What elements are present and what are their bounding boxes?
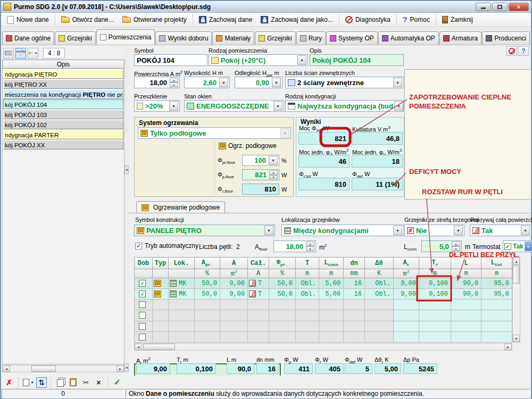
cell[interactable]: Obl.: [296, 289, 319, 300]
maximize-button[interactable]: [492, 3, 508, 11]
chevron-down-icon[interactable]: ▼: [272, 78, 281, 87]
cell[interactable]: [153, 331, 169, 342]
grid-view-button[interactable]: [3, 48, 14, 59]
chevron-down-icon[interactable]: ▼: [219, 78, 228, 87]
cell[interactable]: Obl.: [296, 278, 319, 289]
save-data-button[interactable]: Zachowaj dane: [195, 14, 256, 26]
cell[interactable]: [195, 300, 220, 310]
cell[interactable]: [344, 300, 365, 310]
table-row-empty[interactable]: [135, 300, 512, 310]
chevron-down-icon[interactable]: ▼: [393, 78, 402, 87]
cell[interactable]: [344, 321, 365, 331]
list-item[interactable]: kój POKÓJ 104: [3, 99, 123, 109]
cell[interactable]: [135, 310, 153, 321]
cell[interactable]: [296, 300, 319, 310]
list-item[interactable]: ndygnacja PIĘTRO: [3, 69, 123, 79]
cell[interactable]: [319, 321, 344, 331]
cell[interactable]: [220, 300, 248, 310]
storey-type-dropdown[interactable]: Najwyższa kondygnacja (bud▼: [285, 100, 404, 112]
cell[interactable]: [419, 310, 451, 321]
list-item[interactable]: ndygnacja PARTER: [3, 130, 123, 139]
cell[interactable]: [269, 300, 296, 310]
tab-automatyka-op[interactable]: Automatyka OP: [378, 31, 439, 45]
cell[interactable]: [451, 310, 481, 321]
cell[interactable]: [153, 300, 169, 310]
copy-button[interactable]: [55, 377, 65, 388]
table-hscrollbar[interactable]: ◄ ►: [134, 343, 512, 351]
scrollbar-thumb[interactable]: [31, 365, 56, 372]
spin-up-icon[interactable]: ▲: [452, 242, 460, 246]
close-app-button[interactable]: Zamknij: [438, 14, 477, 26]
scrollbar-thumb[interactable]: [513, 265, 520, 284]
room-type-dropdown[interactable]: Pokój (+20°C)▼: [209, 54, 308, 66]
row-checkbox[interactable]: ✓: [139, 280, 146, 287]
table-row-empty[interactable]: [135, 321, 512, 331]
cell[interactable]: [344, 331, 365, 342]
cell[interactable]: [451, 331, 481, 342]
cell[interactable]: [248, 310, 269, 321]
cell[interactable]: 16: [344, 289, 365, 300]
spin-down-icon[interactable]: ▼: [269, 175, 278, 180]
cell[interactable]: [153, 321, 169, 331]
cell[interactable]: [169, 331, 195, 342]
chevron-down-icon[interactable]: ▼: [297, 55, 306, 65]
cell[interactable]: [481, 321, 512, 331]
edge-zone-dropdown[interactable]: ✗ Nie ▼: [404, 225, 464, 236]
cell[interactable]: [269, 321, 296, 331]
spin-down-icon[interactable]: ▼: [170, 82, 178, 87]
cell[interactable]: [365, 300, 394, 310]
cut-button[interactable]: ✂: [80, 377, 91, 388]
scroll-up-icon[interactable]: ▲: [513, 257, 520, 265]
row-checkbox[interactable]: [139, 312, 146, 319]
close-button[interactable]: ×: [509, 3, 529, 11]
phi-p-floor-spinner[interactable]: 821▲▼: [242, 169, 279, 180]
cell[interactable]: [248, 300, 269, 310]
list-item[interactable]: kój POKÓJ XX: [3, 140, 123, 149]
floor-heating-tab[interactable]: Ogrzewanie podłogowe: [136, 201, 225, 213]
cell[interactable]: ✓: [135, 289, 153, 300]
cell[interactable]: 9,00: [220, 278, 248, 289]
table-vscrollbar[interactable]: ▲ ▼: [512, 257, 520, 343]
cell[interactable]: [195, 331, 220, 342]
list-item[interactable]: kój POKÓJ 103: [3, 110, 123, 119]
cell[interactable]: [419, 321, 451, 331]
tab-producenci[interactable]: Producenci: [482, 31, 530, 45]
windows-state-dropdown[interactable]: ENERGOOSZCZĘDNE▼: [184, 100, 284, 112]
chevron-down-icon[interactable]: ▼: [264, 226, 273, 235]
chevron-down-icon[interactable]: ▼: [273, 101, 282, 111]
cell[interactable]: [481, 331, 512, 342]
auto-width-button[interactable]: AUTO↔: [15, 48, 26, 59]
cell[interactable]: [195, 321, 220, 331]
diagnostics-button[interactable]: Diagnostyka: [341, 14, 395, 26]
cell[interactable]: 9,00: [394, 278, 419, 289]
tab-armatura[interactable]: Armatura: [439, 31, 481, 45]
mini-help-button[interactable]: ?: [518, 46, 529, 56]
spin-up-icon[interactable]: ▲: [269, 170, 278, 175]
description-field[interactable]: Pokój POKÓJ 104: [310, 54, 404, 66]
tab-wyniki-doboru[interactable]: Wyniki doboru: [155, 31, 212, 45]
cell[interactable]: [394, 331, 419, 342]
mini-diagnostics-button[interactable]: [506, 46, 517, 56]
spin-down-icon[interactable]: ▼: [306, 246, 314, 251]
chevron-down-icon[interactable]: ▼: [521, 226, 530, 235]
cell[interactable]: [220, 310, 248, 321]
collapse-left-icon[interactable]: ◄: [124, 165, 129, 174]
chevron-down-icon[interactable]: ▼: [269, 156, 278, 165]
cell[interactable]: Obl.: [365, 289, 394, 300]
cell[interactable]: [344, 310, 365, 321]
scroll-left-icon[interactable]: ◄: [3, 365, 10, 372]
cell[interactable]: [319, 310, 344, 321]
heating-system-dropdown[interactable]: Tylko podłogowe ▼: [138, 127, 291, 139]
row-checkbox[interactable]: [139, 323, 146, 330]
tab-grzejniki[interactable]: Grzejniki: [255, 31, 296, 45]
table-row-empty[interactable]: [135, 331, 512, 342]
save-as-button[interactable]: Zachowaj dane jako...: [256, 14, 337, 26]
cell[interactable]: Obl.: [365, 278, 394, 289]
delete-room-button[interactable]: ✗: [4, 377, 14, 388]
cell[interactable]: [296, 331, 319, 342]
cell[interactable]: [248, 331, 269, 342]
chevron-down-icon[interactable]: ▼: [393, 226, 402, 235]
cell[interactable]: [195, 310, 220, 321]
spin-up-icon[interactable]: ▲: [170, 78, 178, 82]
cell[interactable]: [394, 321, 419, 331]
